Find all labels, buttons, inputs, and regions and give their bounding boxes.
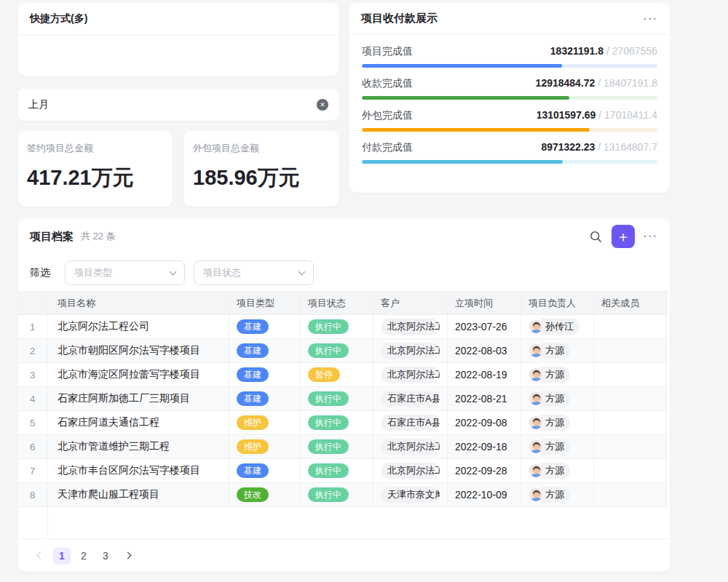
owner-chip: 方源 [529, 391, 570, 407]
owner-chip: 方源 [529, 367, 570, 383]
progress-values: 18321191.8 / 27067556 [550, 45, 657, 57]
project-type-tag: 维护 [237, 439, 269, 454]
project-name: 石家庄阿斯加德工厂三期项目 [47, 387, 229, 410]
progress-fill [362, 160, 563, 164]
chevron-down-icon [298, 268, 306, 275]
row-number: 3 [18, 363, 47, 386]
start-date: 2022-09-18 [448, 435, 521, 458]
project-status-tag: 暂停 [308, 367, 340, 382]
progress-label: 收款完成值 [362, 77, 413, 90]
row-number: 4 [18, 387, 47, 410]
start-date: 2023-07-26 [448, 315, 521, 338]
start-date: 2022-09-28 [448, 459, 521, 482]
project-status-tag: 执行中 [308, 391, 349, 406]
project-type-tag: 技改 [237, 487, 269, 502]
next-page-icon[interactable] [119, 547, 136, 565]
project-status-tag: 执行中 [308, 415, 349, 430]
progress-track [362, 64, 657, 68]
table-row[interactable]: 3 北京市海淀区阿拉蕾写字楼项目 基建 暂停 北京阿尔法工程公司 2022-08… [18, 363, 668, 387]
progress-track [362, 128, 657, 132]
project-name: 北京市管道维护三期工程 [47, 435, 229, 458]
progress-row: 付款完成值 8971322.23 / 13164807.7 [362, 141, 657, 164]
progress-label: 付款完成值 [362, 141, 413, 154]
column-header: 项目状态 [301, 292, 373, 314]
column-header: 项目类型 [229, 292, 301, 314]
project-type-tag: 基建 [237, 319, 269, 334]
customer-tag: 北京阿尔法工程公司 [381, 343, 440, 359]
avatar [529, 343, 543, 358]
progress-row: 项目完成值 18321191.8 / 27067556 [362, 45, 657, 68]
progress-values: 12918484.72 / 18407191.8 [536, 77, 657, 89]
column-header: 项目名称 [47, 292, 229, 314]
stat-label: 外包项目总金额 [193, 142, 330, 155]
empty-row-area [18, 507, 668, 539]
row-number: 5 [18, 411, 47, 434]
progress-track [362, 96, 657, 100]
close-circle-icon[interactable]: ✕ [317, 99, 328, 111]
dashboard: 快捷方式(多) 上月 ✕ 签约项目总金额 417.21万元 外包项目总金额 18… [0, 0, 728, 582]
table-card-title: 项目档案 [30, 230, 74, 244]
avatar [529, 367, 543, 382]
related-members [594, 315, 667, 338]
owner-chip: 孙传江 [529, 319, 579, 335]
project-name: 北京市丰台区阿尔法写字楼项目 [47, 459, 229, 482]
avatar [529, 391, 543, 406]
progress-label: 项目完成值 [362, 45, 413, 58]
progress-values: 8971322.23 / 13164807.7 [541, 141, 657, 153]
column-header: 相关成员 [594, 292, 667, 314]
project-status-tag: 执行中 [308, 487, 349, 502]
table-row[interactable]: 2 北京市朝阳区阿尔法写字楼项目 基建 执行中 北京阿尔法工程公司 2022-0… [18, 339, 668, 363]
project-status-tag: 执行中 [308, 439, 349, 454]
pagination: 123 [18, 539, 670, 572]
table-row[interactable]: 7 北京市丰台区阿尔法写字楼项目 基建 执行中 北京阿尔法工程公司 2022-0… [18, 459, 668, 483]
project-type-tag: 维护 [237, 415, 269, 430]
column-header: 客户 [373, 292, 448, 314]
owner-chip: 方源 [529, 439, 570, 455]
progress-values: 13101597.69 / 17018411.4 [537, 109, 657, 121]
record-count: 共 22 条 [81, 230, 116, 243]
table-row[interactable]: 8 天津市爬山服工程项目 技改 执行中 天津市奈文摩尔 2022-10-09 方… [18, 483, 668, 507]
start-date: 2022-10-09 [448, 483, 521, 506]
row-number: 8 [18, 483, 47, 506]
progress-fill [362, 64, 562, 68]
ellipsis-icon[interactable]: ··· [644, 231, 658, 242]
progress-track [362, 160, 657, 164]
project-status-tag: 执行中 [308, 319, 349, 334]
filter-chip[interactable]: 上月 ✕ [18, 89, 339, 121]
related-members [594, 411, 667, 434]
related-members [594, 435, 667, 458]
column-header: 立项时间 [448, 292, 521, 314]
related-members [594, 459, 667, 482]
page-number[interactable]: 2 [75, 547, 92, 565]
project-archive-card: 项目档案 共 22 条 ＋ ··· 筛选 项目类型 项目状态 项目名 [18, 218, 670, 572]
payment-card-title: 项目收付款展示 [361, 12, 438, 25]
search-icon[interactable] [585, 226, 606, 247]
project-status-dropdown[interactable]: 项目状态 [194, 260, 314, 285]
page-number[interactable]: 3 [97, 547, 114, 565]
related-members [594, 339, 667, 362]
project-table: 项目名称项目类型项目状态客户立项时间项目负责人相关成员1 北京阿尔法工程公司 基… [18, 291, 668, 507]
table-row[interactable]: 4 石家庄阿斯加德工厂三期项目 基建 执行中 石家庄市A县项目 2022-08-… [18, 387, 668, 411]
add-record-button[interactable]: ＋ [612, 225, 635, 248]
start-date: 2022-08-03 [448, 339, 521, 362]
table-row[interactable]: 6 北京市管道维护三期工程 维护 执行中 北京阿尔法工程公司 2022-09-1… [18, 435, 668, 459]
prev-page-icon[interactable] [31, 547, 49, 565]
customer-tag: 天津市奈文摩尔 [381, 487, 440, 503]
avatar [529, 487, 543, 502]
project-status-tag: 执行中 [308, 343, 349, 358]
table-row[interactable]: 5 石家庄阿道夫通信工程 维护 执行中 石家庄市A县项目 2022-09-08 … [18, 411, 668, 435]
stat-value: 185.96万元 [193, 164, 330, 193]
page-number[interactable]: 1 [53, 547, 71, 565]
owner-chip: 方源 [529, 343, 570, 359]
project-type-dropdown[interactable]: 项目类型 [65, 260, 185, 285]
customer-tag: 北京阿尔法工程公司 [381, 439, 440, 455]
shortcut-card-title: 快捷方式(多) [30, 12, 87, 25]
project-name: 北京市朝阳区阿尔法写字楼项目 [47, 339, 229, 362]
project-type-tag: 基建 [237, 367, 269, 382]
row-number: 1 [18, 315, 47, 338]
shortcut-card: 快捷方式(多) [18, 3, 339, 76]
table-row[interactable]: 1 北京阿尔法工程公司 基建 执行中 北京阿尔法工程公司 2023-07-26 … [18, 315, 668, 339]
ellipsis-icon[interactable]: ··· [644, 13, 658, 25]
column-header: 项目负责人 [521, 292, 594, 314]
payment-overview-card: 项目收付款展示 ··· 项目完成值 18321191.8 / 27067556 … [349, 3, 670, 193]
